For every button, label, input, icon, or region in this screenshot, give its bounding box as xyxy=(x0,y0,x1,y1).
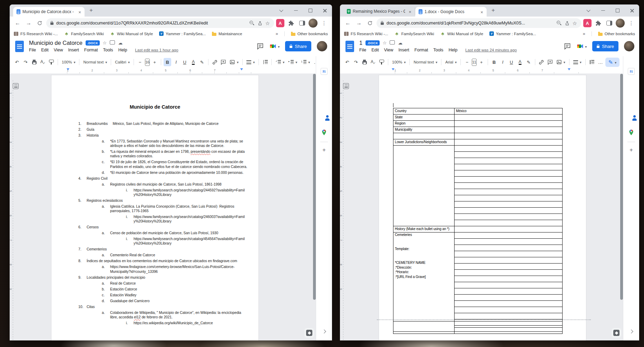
menu-insert[interactable]: Insert xyxy=(399,48,409,52)
font-select[interactable]: Arial xyxy=(444,60,458,64)
font-size-increase[interactable]: + xyxy=(151,58,158,66)
text-color-icon[interactable]: A xyxy=(189,58,197,66)
print-icon[interactable] xyxy=(361,58,368,66)
extension-a-badge-icon[interactable]: A xyxy=(276,19,284,27)
table-cell[interactable] xyxy=(455,313,563,319)
last-edit-link[interactable]: Last edit was 1 hour ago xyxy=(135,48,178,52)
other-bookmarks-button[interactable]: Other bookmarks xyxy=(598,32,635,36)
bookmarks-overflow-icon[interactable]: » xyxy=(583,31,585,36)
document-title[interactable]: Municipio de Catorce xyxy=(29,40,82,46)
align-icon[interactable] xyxy=(245,60,256,64)
table-cell[interactable] xyxy=(455,133,563,139)
comment-history-icon[interactable] xyxy=(257,43,264,50)
table-cell[interactable] xyxy=(455,121,563,127)
table-cell[interactable] xyxy=(455,226,563,232)
menu-format[interactable]: Format xyxy=(84,48,98,52)
calendar-icon[interactable]: 31 xyxy=(321,68,328,75)
add-addon-icon[interactable] xyxy=(322,147,326,153)
highlight-color-icon[interactable] xyxy=(525,58,533,66)
styles-select[interactable]: Normal text xyxy=(412,60,439,64)
table-cell[interactable]: State xyxy=(393,115,455,121)
bookmark-star-icon[interactable] xyxy=(265,21,270,26)
bookmark-item[interactable]: YYammer : FamilySea... xyxy=(489,31,536,36)
spellcheck-icon[interactable] xyxy=(369,58,377,66)
browser-menu-icon[interactable] xyxy=(320,19,329,28)
doc-table-continued[interactable] xyxy=(393,321,563,334)
meet-presentation-button[interactable] xyxy=(576,43,587,50)
text-color-icon[interactable]: A xyxy=(516,58,524,66)
menu-edit[interactable]: Edit xyxy=(41,48,49,52)
bookmark-item[interactable]: YYammer : FamilySea... xyxy=(159,31,206,36)
https-lock-icon[interactable] xyxy=(50,22,53,25)
table-cell[interactable] xyxy=(455,251,563,257)
right-indent-marker[interactable] xyxy=(568,68,570,70)
italic-icon[interactable]: I xyxy=(499,58,507,66)
table-cell[interactable] xyxy=(455,245,563,251)
table-cell[interactable]: Cemeteries Template: *CEMETERY NAME:*Dir… xyxy=(393,232,455,332)
url-text[interactable]: docs.google.com/document/d/11o7QRRkXAXR2… xyxy=(56,21,247,26)
menu-tools[interactable]: Tools xyxy=(103,48,113,52)
url-text[interactable]: docs.google.com/document/d/1qkRxmtF3vNgc… xyxy=(387,21,554,26)
font-size-decrease[interactable]: − xyxy=(136,58,144,66)
table-cell[interactable] xyxy=(455,307,563,313)
menu-file[interactable]: File xyxy=(29,48,36,52)
tab-search-icon[interactable] xyxy=(581,4,596,17)
share-page-icon[interactable] xyxy=(257,21,263,26)
table-cell[interactable] xyxy=(393,133,455,139)
tab-1-docx[interactable]: 1.docx - Google Docs xyxy=(415,7,487,17)
underline-icon[interactable]: U xyxy=(508,58,515,66)
font-size-value[interactable]: 11 xyxy=(472,59,476,66)
line-spacing-icon[interactable] xyxy=(261,58,269,66)
table-cell[interactable] xyxy=(455,170,563,177)
doc-table[interactable]: CountryMéxicoStateRegionMunicipalityLowe… xyxy=(393,108,563,332)
table-cell[interactable]: Lower Jurisdictions/Neighborhoods xyxy=(393,139,455,146)
side-panel-icon[interactable] xyxy=(605,19,614,28)
account-avatar[interactable] xyxy=(624,41,634,51)
tab-municipio-docx[interactable]: Municipio de Catorce.docx - Goo xyxy=(13,7,85,17)
zoom-level-icon[interactable] xyxy=(557,21,562,26)
menu-file[interactable]: File xyxy=(359,48,366,52)
table-cell[interactable] xyxy=(455,214,563,220)
insert-link-icon[interactable] xyxy=(211,58,218,66)
table-cell[interactable] xyxy=(455,139,563,146)
document-outline-icon[interactable] xyxy=(343,83,349,89)
numbered-list-icon[interactable] xyxy=(300,60,311,64)
extension-a-badge-icon[interactable]: A xyxy=(583,19,592,27)
spellcheck-icon[interactable] xyxy=(39,58,47,66)
star-document-icon[interactable] xyxy=(103,41,107,46)
bookmark-item[interactable]: FamilySearch Wiki xyxy=(394,31,434,36)
share-button[interactable]: Share xyxy=(592,41,618,51)
table-cell[interactable] xyxy=(393,321,455,334)
tab-close-icon[interactable] xyxy=(479,9,485,14)
scrollbar-thumb[interactable] xyxy=(620,74,623,300)
insert-comment-icon[interactable] xyxy=(546,58,554,66)
table-cell[interactable] xyxy=(455,127,563,133)
redo-icon[interactable] xyxy=(22,58,29,66)
bookmark-item[interactable]: FamilySearch Wiki xyxy=(64,31,104,36)
google-docs-logo-icon[interactable] xyxy=(345,41,354,52)
extensions-puzzle-icon[interactable] xyxy=(594,19,603,28)
insert-image-icon[interactable] xyxy=(228,59,240,65)
italic-icon[interactable]: I xyxy=(172,58,180,66)
font-size-value[interactable]: 16 xyxy=(145,59,150,66)
editing-mode-button[interactable] xyxy=(605,58,619,67)
paint-format-icon[interactable] xyxy=(378,58,386,66)
back-icon[interactable]: ← xyxy=(13,19,22,28)
undo-icon[interactable] xyxy=(13,58,21,66)
table-cell[interactable] xyxy=(455,295,563,301)
account-avatar[interactable] xyxy=(317,41,327,51)
insert-image-icon[interactable] xyxy=(555,59,567,65)
maximize-button[interactable] xyxy=(610,4,625,17)
table-cell[interactable]: Region xyxy=(393,121,455,127)
side-panel-icon[interactable] xyxy=(297,19,306,28)
tab-close-icon[interactable] xyxy=(77,9,82,14)
maximize-button[interactable] xyxy=(303,4,318,17)
bookmark-item[interactable]: Wiki Manual of Style xyxy=(440,31,483,36)
https-lock-icon[interactable] xyxy=(381,22,384,25)
hide-side-panel-icon[interactable] xyxy=(629,329,633,333)
other-bookmarks-button[interactable]: Other bookmarks xyxy=(291,32,328,36)
table-cell[interactable] xyxy=(455,288,563,295)
reload-icon[interactable] xyxy=(365,19,374,28)
profile-avatar[interactable] xyxy=(616,19,625,28)
table-cell[interactable] xyxy=(455,146,563,152)
